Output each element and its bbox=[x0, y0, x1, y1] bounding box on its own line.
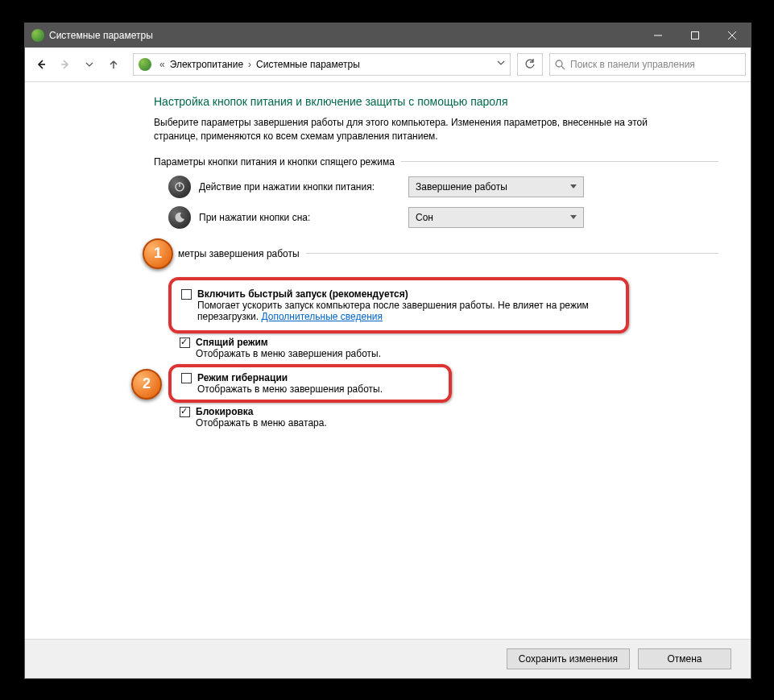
sleep-button-action-value: Сон bbox=[416, 212, 433, 223]
search-icon bbox=[555, 60, 565, 70]
page-description: Выберите параметры завершения работы для… bbox=[154, 116, 653, 143]
search-placeholder: Поиск в панели управления bbox=[570, 59, 695, 70]
svg-rect-1 bbox=[692, 32, 699, 39]
content-area: Настройка кнопок питания и включение защ… bbox=[25, 82, 751, 678]
chevron-left-icon: « bbox=[156, 59, 168, 70]
annotation-badge-2: 2 bbox=[131, 369, 162, 400]
chevron-right-icon: › bbox=[245, 59, 255, 70]
back-button[interactable] bbox=[30, 53, 52, 76]
hibernate-desc: Отображать в меню завершения работы. bbox=[197, 383, 383, 395]
address-bar[interactable]: « Электропитание › Системные параметры bbox=[133, 53, 511, 76]
option-fast-startup: Включить быстрый запуск (рекомендуется) … bbox=[181, 287, 616, 324]
cancel-button[interactable]: Отмена bbox=[638, 648, 731, 669]
svg-point-6 bbox=[556, 60, 562, 67]
fast-startup-desc: Помогает ускорить запуск компьютера посл… bbox=[197, 300, 589, 322]
section-header-shutdown-label: метры завершения работы bbox=[178, 248, 300, 259]
sleep-button-action-select[interactable]: Сон bbox=[408, 207, 584, 228]
close-button[interactable] bbox=[714, 23, 751, 48]
fast-startup-more-link[interactable]: Дополнительные сведения bbox=[261, 311, 382, 322]
row-power-button: Действие при нажатии кнопки питания: Зав… bbox=[168, 176, 718, 198]
footer: Сохранить изменения Отмена bbox=[25, 639, 751, 678]
refresh-button[interactable] bbox=[517, 53, 543, 76]
moon-icon bbox=[168, 206, 191, 229]
hibernate-title: Режим гибернации bbox=[197, 372, 288, 383]
section-header-buttons: Параметры кнопки питания и кнопки спящег… bbox=[154, 156, 718, 168]
sleep-desc: Отображать в меню завершения работы. bbox=[196, 348, 381, 359]
power-button-action-value: Завершение работы bbox=[416, 181, 507, 193]
window-title: Системные параметры bbox=[49, 30, 639, 41]
svg-line-7 bbox=[561, 66, 565, 69]
chevron-down-icon bbox=[570, 184, 577, 188]
power-button-label: Действие при нажатии кнопки питания: bbox=[199, 181, 408, 193]
forward-button[interactable] bbox=[54, 53, 77, 76]
window: Системные параметры bbox=[24, 23, 751, 679]
titlebar: Системные параметры bbox=[25, 23, 751, 48]
annotation-callout-1: Включить быстрый запуск (рекомендуется) … bbox=[168, 277, 629, 333]
address-dropdown-icon[interactable] bbox=[497, 59, 505, 67]
power-button-action-select[interactable]: Завершение работы bbox=[408, 176, 584, 197]
section-header-label: Параметры кнопки питания и кнопки спящег… bbox=[154, 156, 395, 168]
lock-checkbox[interactable] bbox=[180, 407, 190, 417]
power-options-icon bbox=[31, 29, 44, 42]
hibernate-checkbox[interactable] bbox=[181, 373, 192, 383]
power-icon bbox=[168, 176, 191, 198]
option-lock: Блокировка Отображать в меню аватара. bbox=[172, 404, 718, 430]
sleep-checkbox[interactable] bbox=[180, 338, 190, 348]
fast-startup-title: Включить быстрый запуск (рекомендуется) bbox=[197, 288, 408, 300]
option-sleep: Спящий режим Отображать в меню завершени… bbox=[172, 335, 718, 361]
recent-locations-button[interactable] bbox=[78, 53, 101, 76]
chevron-down-icon bbox=[570, 215, 577, 219]
lock-title: Блокировка bbox=[196, 406, 254, 417]
section-header-shutdown: 1 метры завершения работы bbox=[154, 238, 718, 269]
navbar: « Электропитание › Системные параметры П… bbox=[25, 48, 751, 82]
annotation-badge-1: 1 bbox=[143, 238, 173, 269]
sleep-title: Спящий режим bbox=[196, 337, 268, 348]
breadcrumb-system-params[interactable]: Системные параметры bbox=[255, 59, 362, 70]
row-sleep-button: При нажатии кнопки сна: Сон bbox=[168, 206, 718, 229]
option-hibernate: Режим гибернации Отображать в меню завер… bbox=[181, 371, 439, 396]
up-button[interactable] bbox=[102, 53, 125, 76]
breadcrumb-power[interactable]: Электропитание bbox=[168, 59, 245, 70]
sleep-button-label: При нажатии кнопки сна: bbox=[199, 212, 408, 223]
lock-desc: Отображать в меню аватара. bbox=[196, 417, 327, 429]
annotation-callout-2: 2 Режим гибернации Отображать в меню зав… bbox=[168, 364, 452, 403]
save-button[interactable]: Сохранить изменения bbox=[507, 648, 630, 669]
page-title: Настройка кнопок питания и включение защ… bbox=[154, 95, 718, 108]
fast-startup-checkbox[interactable] bbox=[181, 289, 192, 300]
search-input[interactable]: Поиск в панели управления bbox=[549, 53, 746, 76]
power-options-icon bbox=[139, 58, 151, 71]
minimize-button[interactable] bbox=[639, 23, 677, 48]
maximize-button[interactable] bbox=[677, 23, 714, 48]
